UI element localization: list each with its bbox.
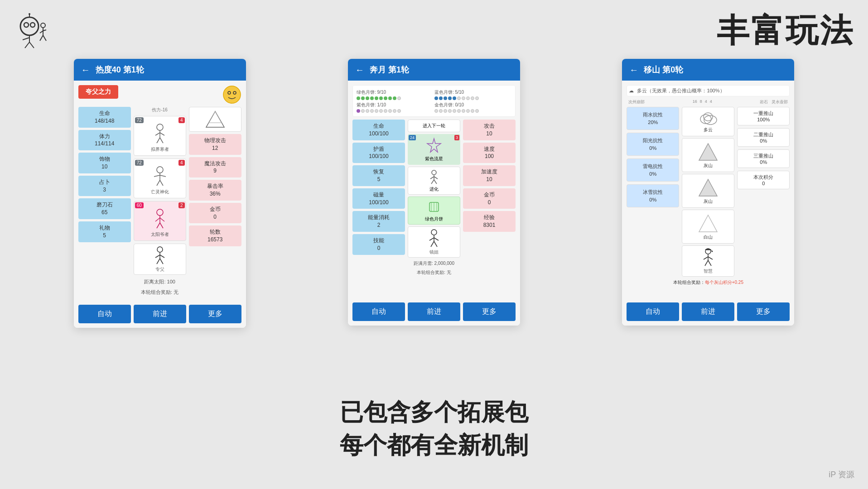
screen-1: ← 热度40 第1轮 夸父之力 生命148/148 体力114/114 饰 xyxy=(74,59,246,328)
svg-line-23 xyxy=(160,138,163,143)
svg-line-41 xyxy=(160,259,163,264)
stat-gold: 金币0 xyxy=(189,203,241,224)
stat-gift: 礼物5 xyxy=(78,221,131,242)
stat-life: 生命148/148 xyxy=(78,107,131,128)
screen1-enemies: 伤力-16 72 4 拟界寒者 xyxy=(134,107,186,275)
father-figure: 专父 xyxy=(134,244,186,275)
svg-line-28 xyxy=(157,180,160,186)
svg-point-4 xyxy=(29,13,30,15)
screen2-middle: 进入下一轮 24 3 紫色流星 xyxy=(408,120,460,258)
svg-line-12 xyxy=(43,30,46,31)
btn-auto-3[interactable]: 自动 xyxy=(627,302,679,321)
screen2-grid: 生命100/100 护盾100/100 恢复5 磁量100/100 能量消耗2 … xyxy=(352,120,516,258)
page-title: 丰富玩法 xyxy=(717,9,854,53)
btn-forward-1[interactable]: 前进 xyxy=(134,305,186,323)
btn-forward-2[interactable]: 前进 xyxy=(408,302,460,321)
screen1-info1: 距离太阳: 100 xyxy=(78,278,241,285)
s3-sun: 阳光抗性0% xyxy=(627,133,679,156)
mountain-cloud: 多云 xyxy=(682,107,734,136)
svg-marker-43 xyxy=(208,111,222,123)
screen1-header: ← 热度40 第1轮 xyxy=(74,59,246,81)
face-icon xyxy=(222,85,241,104)
btn-auto-2[interactable]: 自动 xyxy=(352,302,405,321)
enemy-3: 60 2 太阳爷者 xyxy=(134,201,186,241)
screen2-info1: 距满月需: 2,000,000 xyxy=(352,260,516,267)
svg-line-13 xyxy=(40,35,43,41)
screen1-title: 热度40 第1轮 xyxy=(96,64,144,75)
mountain-icon xyxy=(189,107,241,132)
stat-magic-atk: 魔法攻击9 xyxy=(189,157,241,178)
bottom-line1: 已包含多个拓展包 xyxy=(0,396,868,429)
btn-more-2[interactable]: 更多 xyxy=(463,302,516,321)
screen-3: ← 移山 第0轮 ☁ 多云（无效果，愚公推山概率：100%） 次州崩部 16 8… xyxy=(622,59,794,326)
s2-skill: 技能0 xyxy=(352,234,405,255)
stat-whetstone: 磨刀石65 xyxy=(78,198,131,219)
s2-speed: 速度100 xyxy=(463,143,516,163)
svg-line-14 xyxy=(43,35,46,41)
svg-point-55 xyxy=(431,230,437,235)
stat-crit: 暴击率36% xyxy=(189,180,241,201)
stat-divination: 占卜3 xyxy=(78,176,131,197)
svg-line-50 xyxy=(434,180,437,184)
s2-accel: 加速度10 xyxy=(463,165,516,186)
svg-rect-68 xyxy=(705,249,711,250)
s2-shield: 护盾100/100 xyxy=(352,143,405,163)
stat-phys-atk: 物理攻击12 xyxy=(189,134,241,155)
svg-line-22 xyxy=(157,138,160,143)
svg-point-45 xyxy=(432,170,436,175)
svg-point-30 xyxy=(157,209,163,216)
stat-stamina: 体力114/114 xyxy=(78,130,131,151)
svg-line-7 xyxy=(25,42,29,48)
svg-line-48 xyxy=(434,177,438,179)
screen3-buttons: 自动 前进 更多 xyxy=(622,298,794,326)
btn-more-1[interactable]: 更多 xyxy=(189,305,241,323)
svg-line-21 xyxy=(160,133,164,135)
screen2-body: 绿色月饼: 9/10 蓝色月饼: 5/10 紫色月饼: 1/10 金色月饼: 0… xyxy=(348,81,520,298)
svg-line-74 xyxy=(705,260,708,266)
svg-marker-44 xyxy=(427,139,441,152)
svg-line-38 xyxy=(155,255,160,258)
svg-line-72 xyxy=(704,257,708,259)
svg-marker-42 xyxy=(206,111,224,127)
col-header-mid: 岩石 xyxy=(760,99,768,105)
screen3-info: 本轮组合奖励：每个灰山积分+0.25 xyxy=(627,279,790,286)
s2-gold: 金币0 xyxy=(463,188,516,209)
weather-info: ☁ 多云（无效果，愚公推山概率：100%） xyxy=(627,85,790,96)
back-arrow-3[interactable]: ← xyxy=(629,65,638,75)
svg-line-40 xyxy=(157,259,160,264)
svg-line-34 xyxy=(157,223,160,228)
svg-point-2 xyxy=(30,23,35,27)
page-header: 丰富玩法 xyxy=(14,9,854,53)
bottom-line2: 每个都有全新机制 xyxy=(0,429,868,462)
screen-2: ← 奔月 第1轮 绿色月饼: 9/10 蓝色月饼: 5/10 紫色月饼: 1/1… xyxy=(348,59,520,326)
s3-thunder: 雷电抗性0% xyxy=(627,158,679,182)
stat-item: 饰物10 xyxy=(78,153,131,173)
btn-forward-3[interactable]: 前进 xyxy=(682,302,734,321)
purple-meteor: 24 3 紫色流星 xyxy=(408,134,460,165)
green-mooncake: 绿色月饼 xyxy=(408,197,460,225)
s3-score: 本次积分0 xyxy=(737,171,790,189)
s2-cost: 能量消耗2 xyxy=(352,211,405,232)
s2-recover: 恢复5 xyxy=(352,165,405,186)
s2-life: 生命100/100 xyxy=(352,120,405,140)
svg-line-73 xyxy=(708,257,713,259)
svg-point-36 xyxy=(157,247,163,252)
back-arrow-2[interactable]: ← xyxy=(355,65,364,75)
s3-push-2: 二重推山0% xyxy=(737,128,790,147)
screens-container: ← 热度40 第1轮 夸父之力 生命148/148 体力114/114 饰 xyxy=(23,59,845,328)
svg-line-27 xyxy=(160,175,166,177)
svg-point-1 xyxy=(24,23,29,27)
s2-energy: 磁量100/100 xyxy=(352,188,405,209)
svg-line-26 xyxy=(154,175,160,177)
enemy-2: 72 4 亡灵神化 xyxy=(134,158,186,198)
svg-marker-66 xyxy=(699,215,717,232)
screen2-buttons: 自动 前进 更多 xyxy=(348,298,520,326)
back-arrow-1[interactable]: ← xyxy=(81,65,90,75)
s2-attack: 攻击10 xyxy=(463,120,516,140)
btn-more-3[interactable]: 更多 xyxy=(737,302,790,321)
s3-ice: 冰雪抗性0% xyxy=(627,184,679,207)
svg-point-15 xyxy=(223,86,241,103)
btn-auto-1[interactable]: 自动 xyxy=(78,305,131,323)
bottom-text: 已包含多个拓展包 每个都有全新机制 xyxy=(0,396,868,462)
svg-marker-64 xyxy=(699,144,717,160)
